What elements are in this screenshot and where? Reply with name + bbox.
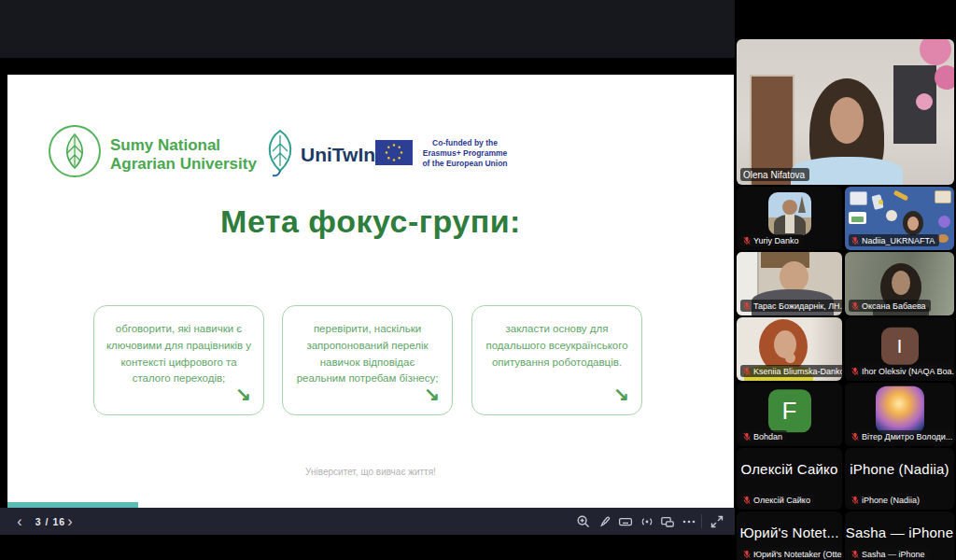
collapse-expand-icon[interactable] — [707, 508, 727, 535]
audio-tile-iphone-nadiia[interactable]: iPhone (Nadiia) iPhone (Nadiia) — [845, 448, 954, 510]
arrow-down-right-icon: ↘ — [424, 380, 440, 409]
video-tile-kseniia[interactable]: Kseniia Bliumska-Danko... — [737, 317, 842, 381]
speaker-video — [737, 39, 954, 185]
audio-tile-yurii-notetaker[interactable]: Юрий's Notet... Юрий's Notetaker (Otte..… — [737, 511, 842, 560]
participant-display-name: Sasha — iPhone — [845, 525, 954, 540]
video-tile-ihor[interactable]: I Ihor Oleksiv (NAQA Boa... — [845, 317, 954, 381]
viewer-toolbar: ‹ 3 / 16 › — [0, 508, 735, 535]
initial-avatar: F — [768, 389, 811, 432]
presentation-slide: Sumy National Agrarian University UniTwI… — [7, 75, 734, 502]
eu-flag-icon — [375, 140, 413, 165]
muted-mic-icon — [851, 301, 859, 311]
participant-name-label: Nadiia_UKRNAFTA — [849, 234, 939, 246]
goal-box-1-text: обговорити, які навички є ключовими для … — [106, 323, 251, 384]
snau-logo-text: Sumy National Agrarian University — [110, 136, 257, 174]
participant-name-label: Yuriy Danko — [740, 234, 804, 246]
pip-window-icon[interactable] — [657, 508, 678, 535]
goal-box-3-text: закласти основу для подальшого всеукраїн… — [485, 323, 627, 368]
muted-mic-icon — [851, 236, 859, 245]
eu-cofunded-text: Co-funded by the Erasmus+ Programme of t… — [416, 138, 513, 169]
snau-logo-icon — [47, 123, 103, 179]
muted-mic-icon — [743, 236, 751, 245]
unitwin-logo-text: UniTwIn — [301, 144, 375, 166]
participant-display-name: Олексій Сайко — [737, 461, 842, 477]
broadcast-icon[interactable] — [637, 508, 657, 535]
video-tile-yuriy-danko[interactable]: Yuriy Danko — [737, 187, 842, 250]
participant-name-label: iPhone (Nadiia) — [849, 494, 924, 506]
muted-mic-icon — [743, 301, 751, 311]
video-tile-oksana[interactable]: Оксана Бабаева — [845, 252, 954, 315]
slide-title: Мета фокус-групи: — [7, 203, 734, 240]
participant-name-label: Kseniia Bliumska-Danko... — [740, 365, 842, 377]
lightbulb-avatar — [876, 386, 924, 435]
participant-display-name: Юрий's Notet... — [737, 525, 842, 540]
muted-mic-icon — [851, 432, 859, 441]
video-tile-nadiia-ukrnafta[interactable]: Nadiia_UKRNAFTA — [845, 187, 954, 250]
participant-name-label: Юрий's Notetaker (Otte... — [740, 548, 842, 560]
audio-tile-sasha-iphone[interactable]: Sasha — iPhone Sasha — iPhone — [845, 511, 954, 560]
initial-avatar: I — [881, 328, 919, 365]
participant-name-label: Sasha — iPhone — [849, 548, 930, 560]
muted-mic-icon — [743, 367, 751, 376]
arrow-down-right-icon: ↘ — [235, 380, 251, 409]
participants-panel: Olena Nifatova Yuriy Dan — [735, 0, 956, 560]
muted-mic-icon — [743, 496, 751, 505]
zoom-in-icon[interactable] — [573, 508, 594, 535]
video-tile-main-speaker[interactable]: Olena Nifatova — [737, 39, 954, 185]
audio-tile-oleksii[interactable]: Олексій Сайко Олексій Сайко — [737, 448, 842, 510]
participant-display-name: iPhone (Nadiia) — [845, 461, 954, 477]
participant-name-label: Олексій Сайко — [740, 494, 815, 506]
goal-box-3: закласти основу для подальшого всеукраїн… — [471, 305, 642, 415]
muted-mic-icon — [851, 367, 859, 376]
participant-name-label: Тарас Божидарнік, ЛН... — [740, 300, 842, 312]
participant-name-label: Ihor Oleksiv (NAQA Boa... — [849, 365, 954, 377]
muted-mic-icon — [851, 550, 859, 559]
participant-name-label: Оксана Бабаева — [849, 300, 931, 312]
participant-name-label: Вітер Дмитро Володи... — [849, 430, 954, 442]
goal-box-1: обговорити, які навички є ключовими для … — [93, 305, 264, 415]
next-page-button[interactable]: › — [62, 508, 78, 535]
arrow-down-right-icon: ↘ — [613, 380, 629, 409]
participant-name-label: Olena Nifatova — [740, 168, 809, 181]
prev-page-button[interactable]: ‹ — [11, 508, 28, 535]
goal-box-2-text: перевірити, наскільки запропонований пер… — [297, 323, 439, 384]
app-chrome-top — [0, 0, 735, 58]
video-tile-taras[interactable]: Тарас Божидарнік, ЛН... — [737, 252, 842, 315]
video-tile-bohdan[interactable]: F Bohdan — [737, 383, 842, 446]
slide-footer-motto: Університет, що вивчає життя! — [7, 467, 734, 477]
tab-bar — [0, 58, 735, 75]
screen: Sumy National Agrarian University UniTwI… — [0, 0, 956, 560]
more-options-icon[interactable] — [679, 508, 699, 535]
muted-mic-icon — [743, 550, 751, 559]
toolbar-divider — [701, 514, 702, 528]
unitwin-leaf-icon — [261, 127, 299, 177]
muted-mic-icon — [743, 432, 751, 441]
keyboard-icon[interactable] — [615, 508, 636, 535]
annotate-pen-icon[interactable] — [595, 508, 615, 535]
participant-name-label: Bohdan — [740, 430, 787, 442]
muted-mic-icon — [851, 496, 859, 505]
goal-box-2: перевірити, наскільки запропонований пер… — [282, 305, 453, 415]
video-tile-viter[interactable]: Вітер Дмитро Володи... — [845, 383, 954, 446]
